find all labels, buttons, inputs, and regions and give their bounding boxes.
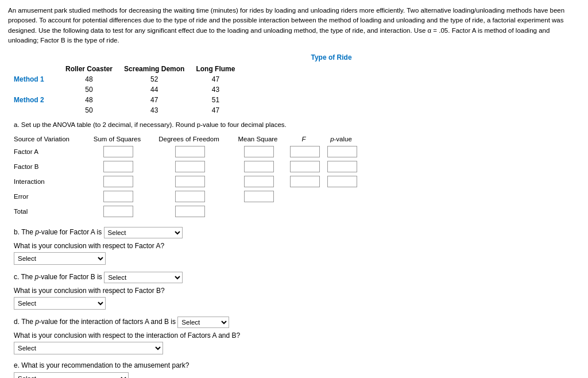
error-ms[interactable] — [232, 189, 289, 204]
cell-m1-lf-1: 47 — [196, 74, 246, 84]
factor-a-ss[interactable] — [88, 144, 152, 159]
cell-m2-sd-1: 47 — [124, 95, 196, 105]
interaction-df-input[interactable] — [175, 176, 205, 187]
anova-col-source: Source of Variation — [14, 134, 88, 144]
total-label: Total — [14, 204, 88, 219]
total-ms-empty — [232, 204, 289, 219]
factor-b-ss-input[interactable] — [103, 161, 133, 172]
part-c-text-before: c. The — [14, 273, 34, 281]
total-ss[interactable] — [88, 204, 152, 219]
interaction-label: Interaction — [14, 174, 88, 189]
part-b-text-before: b. The — [14, 228, 35, 236]
part-b-conclusion-select[interactable]: Select Significant effect No significant… — [14, 252, 106, 265]
interaction-pval-input[interactable] — [327, 176, 357, 187]
anova-row-factor-b: Factor B — [14, 159, 364, 174]
col-header-empty — [14, 64, 65, 74]
part-d-p-italic: p — [35, 318, 39, 326]
method-2-label-empty — [14, 105, 65, 115]
factor-b-pval-input[interactable] — [327, 161, 357, 172]
part-b-text-after: -value for Factor A is — [39, 228, 102, 236]
part-c-text-after: -value for Factor B is — [38, 273, 102, 281]
cell-m2-rc-2: 50 — [65, 105, 124, 115]
factor-a-pval[interactable] — [324, 144, 364, 159]
error-ms-input[interactable] — [244, 191, 274, 202]
factor-a-df[interactable] — [152, 144, 232, 159]
part-c-conclusion-select[interactable]: Select Significant effect No significant… — [14, 297, 106, 310]
error-pval-empty — [324, 189, 364, 204]
part-e-recommendation-select[interactable]: Select Use Method 1 Use Method 2 No sign… — [14, 372, 129, 378]
data-table-section: Type of Ride Roller Coaster Screaming De… — [8, 53, 580, 115]
factor-a-df-input[interactable] — [175, 146, 205, 157]
part-d-text-before: d. The — [14, 318, 35, 326]
interaction-f[interactable] — [289, 174, 324, 189]
part-d-label: d. The p-value for the interaction of fa… — [14, 317, 580, 328]
error-ss[interactable] — [88, 189, 152, 204]
error-df[interactable] — [152, 189, 232, 204]
part-b: b. The p-value for Factor A is Select le… — [14, 227, 580, 265]
total-f-empty — [289, 204, 324, 219]
cell-m1-rc-2: 50 — [65, 84, 124, 95]
factor-b-label: Factor B — [14, 159, 88, 174]
part-d: d. The p-value for the interaction of fa… — [14, 317, 580, 354]
table-row: 50 43 47 — [14, 105, 246, 115]
part-b-p-italic: p — [35, 228, 39, 236]
interaction-f-input[interactable] — [290, 176, 320, 187]
part-b-conclusion-label: What is your conclusion with respect to … — [14, 242, 580, 250]
table-row: Method 2 48 47 51 — [14, 95, 246, 105]
table-row: Method 1 48 52 47 — [14, 74, 246, 84]
factor-a-pval-input[interactable] — [327, 146, 357, 157]
part-c-pvalue-select[interactable]: Select less than .01 between .01 and .02… — [104, 272, 183, 283]
cell-m2-rc-1: 48 — [65, 95, 124, 105]
interaction-ms[interactable] — [232, 174, 289, 189]
factor-b-df-input[interactable] — [175, 161, 205, 172]
factor-b-ms-input[interactable] — [244, 161, 274, 172]
anova-row-factor-a: Factor A — [14, 144, 364, 159]
factor-a-ms-input[interactable] — [244, 146, 274, 157]
anova-col-f: F — [289, 134, 324, 144]
part-d-conclusion-select[interactable]: Select Significant interaction effect No… — [14, 342, 163, 354]
anova-col-pvalue: p-value — [324, 134, 364, 144]
table-row: 50 44 43 — [14, 84, 246, 95]
error-ss-input[interactable] — [103, 191, 133, 202]
error-df-input[interactable] — [175, 191, 205, 202]
intro-paragraph: An amusement park studied methods for de… — [8, 6, 580, 45]
factor-a-label: Factor A — [14, 144, 88, 159]
interaction-df[interactable] — [152, 174, 232, 189]
factor-b-f[interactable] — [289, 159, 324, 174]
note-text: a. Set up the ANOVA table (to 2 decimal,… — [14, 121, 580, 128]
total-df[interactable] — [152, 204, 232, 219]
factor-b-ss[interactable] — [88, 159, 152, 174]
cell-m1-sd-1: 52 — [124, 74, 196, 84]
interaction-ss-input[interactable] — [103, 176, 133, 187]
cell-m2-sd-2: 43 — [124, 105, 196, 115]
interaction-pval[interactable] — [324, 174, 364, 189]
part-d-text-after: -value for the interaction of factors A … — [39, 318, 176, 326]
factor-b-f-input[interactable] — [290, 161, 320, 172]
part-c: c. The p-value for Factor B is Select le… — [14, 272, 580, 310]
factor-a-f[interactable] — [289, 144, 324, 159]
type-of-ride-label: Type of Ride — [83, 53, 580, 61]
cell-m1-sd-2: 44 — [124, 84, 196, 95]
factor-a-f-input[interactable] — [290, 146, 320, 157]
anova-table: Source of Variation Sum of Squares Degre… — [14, 134, 364, 219]
part-d-pvalue-select[interactable]: Select less than .01 between .01 and .02… — [177, 317, 229, 328]
col-header-long-flume: Long Flume — [196, 64, 246, 74]
method-1-label-empty — [14, 84, 65, 95]
factor-a-ss-input[interactable] — [103, 146, 133, 157]
factor-b-ms[interactable] — [232, 159, 289, 174]
interaction-ms-input[interactable] — [244, 176, 274, 187]
total-df-input[interactable] — [175, 206, 205, 217]
anova-col-df: Degrees of Freedom — [152, 134, 232, 144]
factor-b-df[interactable] — [152, 159, 232, 174]
factor-b-pval[interactable] — [324, 159, 364, 174]
part-b-pvalue-select[interactable]: Select less than .01 between .01 and .02… — [104, 227, 183, 238]
total-ss-input[interactable] — [103, 206, 133, 217]
total-pval-empty — [324, 204, 364, 219]
data-table: Roller Coaster Screaming Demon Long Flum… — [14, 64, 246, 115]
anova-col-ss: Sum of Squares — [88, 134, 152, 144]
part-e-label: e. What is your recommendation to the am… — [14, 361, 580, 369]
anova-row-total: Total — [14, 204, 364, 219]
part-c-conclusion-label: What is your conclusion with respect to … — [14, 287, 580, 295]
interaction-ss[interactable] — [88, 174, 152, 189]
factor-a-ms[interactable] — [232, 144, 289, 159]
